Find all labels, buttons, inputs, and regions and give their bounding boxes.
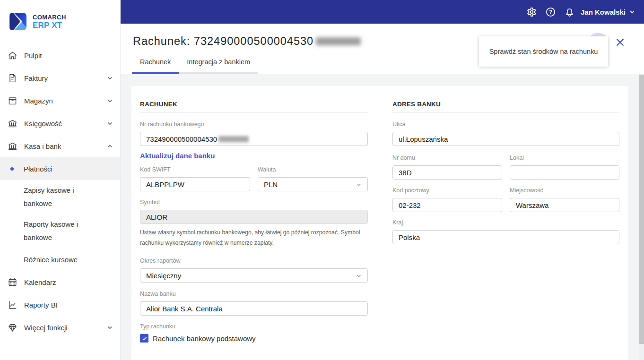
field-label-kod-pocztowy: Kod pocztowy (392, 187, 502, 194)
gear-icon (526, 7, 537, 17)
tab-integracja[interactable]: Integracja z bankiem (179, 58, 258, 74)
notifications-button[interactable] (564, 6, 575, 17)
sidebar-item-kalendarz[interactable]: Kalendarz (0, 271, 120, 293)
nr-rachunku-input[interactable]: 732490000500004530 (140, 132, 368, 146)
sidebar-item-magazyn[interactable]: Magazyn (0, 89, 120, 112)
sidebar-item-label: Pulpit (24, 51, 113, 60)
close-icon (615, 37, 625, 47)
form-card: RACHUNEK Nr rachunku bankowego 732490000… (131, 86, 628, 360)
sidebar-subitem-platnosci[interactable]: Płatności (0, 157, 120, 180)
check-icon (141, 335, 148, 342)
settings-button[interactable] (526, 6, 538, 17)
brand-logo[interactable]: COMARCH ERP XT (9, 13, 66, 30)
field-label-waluta: Waluta (258, 166, 368, 173)
field-label-nr-rachunku: Nr rachunku bankowego (140, 121, 368, 128)
field-label-kraj: Kraj (392, 219, 619, 226)
sidebar-item-label: Kasa i bank (24, 142, 106, 150)
sidebar-item-kasa-i-bank[interactable]: Kasa i bank (0, 135, 120, 157)
sidebar-item-pulpit[interactable]: Pulpit (0, 44, 120, 67)
podstawowy-checkbox[interactable] (140, 334, 148, 343)
sidebar-item-label: Więcej funkcji (24, 324, 106, 332)
nazwa-banku-input[interactable] (140, 301, 368, 316)
sidebar-subitem-label: Zapisy kasowe i bankowe (24, 184, 95, 210)
field-label-symbol: Symbol (140, 199, 368, 206)
sidebar-item-label: Magazyn (24, 97, 106, 105)
symbol-input (140, 210, 368, 224)
tab-label: Rachunek (140, 58, 171, 66)
help-icon: ? (545, 7, 556, 17)
swift-input[interactable] (140, 177, 250, 191)
lokal-input[interactable] (510, 165, 619, 180)
kraj-input[interactable] (392, 230, 619, 244)
section-title: RACHUNEK (140, 101, 368, 112)
field-label-typ-rachunku: Typ rachunku (140, 323, 368, 330)
waluta-select[interactable]: PLN (258, 177, 368, 191)
brand-text: COMARCH ERP XT (33, 14, 66, 30)
app-window: COMARCH ERP XT Pulpit Faktury (0, 0, 644, 360)
topbar: ? Jan Kowalski (121, 0, 644, 24)
sidebar-item-ksiegowosc[interactable]: Księgowość (0, 112, 120, 135)
section-adres-banku: ADRES BANKU Ulica Nr domu Lokal Kod (392, 86, 619, 244)
sidebar-item-label: Raporty BI (24, 301, 113, 309)
home-icon (7, 50, 18, 61)
miejscowosc-input[interactable] (510, 198, 619, 212)
okres-value: Miesięczny (146, 272, 181, 280)
diamond-icon (7, 322, 18, 333)
field-kod-swift: Kod SWIFT (140, 166, 250, 191)
sidebar-subitem-roznice[interactable]: Różnice kursowe (0, 248, 120, 271)
page-title: Rachunek: 732490000500004530 (133, 35, 361, 48)
okres-select[interactable]: Miesięczny (140, 268, 368, 283)
sidebar-subitem-label: Raporty kasowe i bankowe (24, 218, 95, 244)
symbol-hint-text: Ustaw własny symbol rachunku bankowego, … (140, 228, 368, 248)
sidebar-item-raporty-bi[interactable]: Raporty BI (0, 293, 120, 316)
update-bank-data-link[interactable]: Aktualizuj dane banku (140, 152, 215, 160)
user-menu[interactable]: Jan Kowalski (581, 8, 635, 16)
tab-rachunek[interactable]: Rachunek (132, 58, 179, 74)
chevron-down-icon (106, 120, 113, 127)
close-button[interactable] (615, 37, 625, 47)
content-area: RACHUNEK Nr rachunku bankowego 732490000… (121, 74, 644, 360)
ulica-input[interactable] (392, 132, 619, 146)
comarch-logo-icon (9, 13, 26, 30)
sidebar-item-label: Faktury (24, 74, 106, 82)
sidebar-item-label: Księgowość (24, 120, 106, 128)
sidebar-subitem-label: Płatności (24, 165, 52, 173)
chevron-up-icon (106, 143, 113, 150)
field-nr-domu: Nr domu (392, 154, 502, 180)
scrollbar-thumb[interactable] (639, 75, 644, 344)
typ-rachunku-row: Rachunek bankowy podstawowy (140, 334, 368, 343)
section-title: ADRES BANKU (392, 101, 619, 112)
chevron-down-icon (106, 324, 113, 331)
scrollbar-track[interactable] (639, 74, 644, 360)
tooltip-text: Sprawdź stan środków na rachunku (489, 48, 598, 55)
field-waluta: Waluta PLN (258, 166, 368, 191)
section-rachunek: RACHUNEK Nr rachunku bankowego 732490000… (140, 86, 368, 343)
redacted-account-digits (316, 37, 361, 45)
page-title-text: Rachunek: 732490000500004530 (133, 35, 313, 48)
sidebar-item-label: Kalendarz (24, 278, 113, 286)
nr-domu-input[interactable] (392, 165, 502, 180)
field-label-okres: Okres raportów (140, 257, 368, 265)
nr-rachunku-value: 732490000500004530 (146, 135, 217, 143)
sidebar-subitem-zapisy[interactable]: Zapisy kasowe i bankowe (0, 180, 120, 214)
sidebar: COMARCH ERP XT Pulpit Faktury (0, 0, 121, 360)
sidebar-item-faktury[interactable]: Faktury (0, 67, 120, 89)
sidebar-subitem-raporty-kasowe[interactable]: Raporty kasowe i bankowe (0, 214, 120, 248)
balance-tooltip: Sprawdź stan środków na rachunku (479, 36, 608, 67)
redacted-account-digits (218, 136, 249, 142)
bank-icon (7, 141, 18, 152)
sidebar-subitem-label: Różnice kursowe (24, 256, 78, 264)
kod-pocztowy-input[interactable] (392, 198, 502, 212)
tab-label: Integracja z bankiem (187, 58, 250, 66)
calendar-icon (7, 277, 18, 288)
field-kod-pocztowy: Kod pocztowy (392, 187, 502, 212)
field-label-ulica: Ulica (392, 121, 619, 128)
field-miejscowosc: Miejscowość (510, 187, 619, 212)
field-label-swift: Kod SWIFT (140, 166, 250, 173)
help-button[interactable]: ? (545, 6, 557, 17)
chevron-down-icon (356, 181, 362, 188)
field-label-lokal: Lokal (510, 154, 619, 162)
chart-icon (7, 300, 18, 310)
sidebar-item-wiecej-funkcji[interactable]: Więcej funkcji (0, 316, 120, 339)
waluta-value: PLN (264, 180, 278, 189)
